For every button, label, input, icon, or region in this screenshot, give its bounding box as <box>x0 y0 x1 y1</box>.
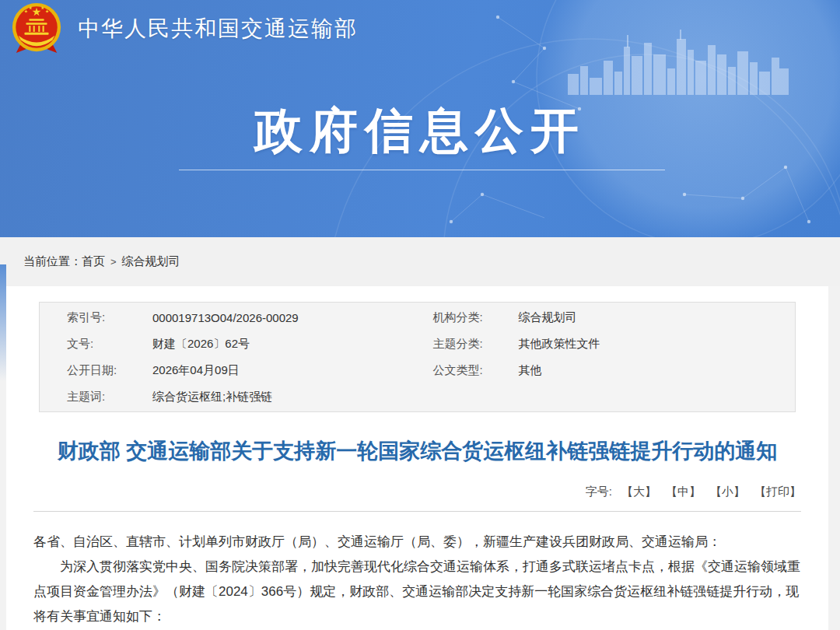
meta-row-agency-category: 机构分类: 综合规划司 <box>418 304 796 331</box>
meta-value: 综合货运枢纽;补链强链 <box>152 390 272 404</box>
left-edge-fade <box>0 264 6 381</box>
meta-row-publish-date: 公开日期: 2026年04月09日 <box>40 357 418 383</box>
meta-row-keywords: 主题词: 综合货运枢纽;补链强链 <box>40 383 418 410</box>
meta-row-empty <box>418 383 796 410</box>
print-button[interactable]: 【打印】 <box>754 485 801 499</box>
font-size-controls: 字号: 【大】 【中】 【小】 【打印】 <box>33 485 801 499</box>
site-name[interactable]: 中华人民共和国交通运输部 <box>78 14 358 44</box>
meta-value: 2026年04月09日 <box>152 363 240 378</box>
content-card: 索引号: 000019713O04/2026-00029 文号: 财建〔2026… <box>6 286 828 630</box>
breadcrumb: 当前位置： 首页 > 综合规划司 <box>0 237 840 286</box>
page-title: 政府信息公开 <box>0 98 840 163</box>
header-banner: 中华人民共和国交通运输部 政府信息公开 <box>0 0 840 237</box>
breadcrumb-link-home[interactable]: 首页 <box>82 254 105 269</box>
breadcrumb-label: 当前位置： <box>23 254 82 269</box>
document-title: 财政部 交通运输部关于支持新一轮国家综合货运枢纽补链强链提升行动的通知 <box>25 434 810 469</box>
font-size-large-button[interactable]: 【大】 <box>621 485 656 499</box>
banner-underline <box>179 170 665 170</box>
font-size-label: 字号: <box>586 485 612 499</box>
meta-value: 其他政策性文件 <box>519 337 600 352</box>
meta-row-docnumber: 文号: 财建〔2026〕62号 <box>40 331 418 357</box>
breadcrumb-link-department[interactable]: 综合规划司 <box>122 254 180 269</box>
meta-label: 主题分类: <box>418 337 519 352</box>
meta-label: 公文类型: <box>418 363 519 378</box>
meta-label: 索引号: <box>40 310 152 325</box>
meta-value: 其他 <box>519 363 542 378</box>
meta-label: 文号: <box>40 337 152 352</box>
meta-label: 机构分类: <box>418 310 519 325</box>
document-body: 各省、自治区、直辖市、计划单列市财政厅（局）、交通运输厅（局、委），新疆生产建设… <box>6 512 828 629</box>
font-size-small-button[interactable]: 【小】 <box>710 485 745 499</box>
meta-row-topic-category: 主题分类: 其他政策性文件 <box>418 331 796 357</box>
body-paragraph-intro: 为深入贯彻落实党中央、国务院决策部署，加快完善现代化综合交通运输体系，打通多式联… <box>33 555 801 629</box>
national-emblem-icon <box>9 1 64 57</box>
meta-row-index: 索引号: 000019713O04/2026-00029 <box>40 304 418 331</box>
meta-value: 000019713O04/2026-00029 <box>152 311 299 324</box>
meta-value: 综合规划司 <box>519 310 577 325</box>
body-paragraph-salutation: 各省、自治区、直辖市、计划单列市财政厅（局）、交通运输厅（局、委），新疆生产建设… <box>33 530 801 555</box>
meta-label: 公开日期: <box>40 363 152 378</box>
meta-row-doc-type: 公文类型: 其他 <box>418 357 796 383</box>
breadcrumb-separator: > <box>110 256 117 268</box>
document-metadata-table: 索引号: 000019713O04/2026-00029 文号: 财建〔2026… <box>39 302 796 412</box>
meta-label: 主题词: <box>40 390 152 404</box>
font-size-medium-button[interactable]: 【中】 <box>666 485 701 499</box>
meta-value: 财建〔2026〕62号 <box>152 337 250 352</box>
